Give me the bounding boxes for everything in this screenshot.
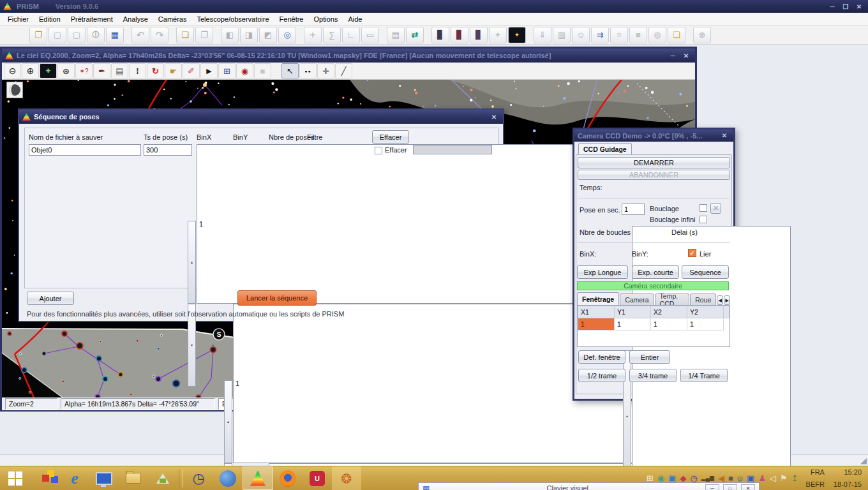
open-image-icon[interactable]: ❐ <box>29 27 47 43</box>
menu-analyse[interactable]: Analyse <box>118 14 153 24</box>
menu-cameras[interactable]: Caméras <box>153 14 192 24</box>
kbd-close-icon[interactable]: ✕ <box>741 484 755 490</box>
ephemeris-table-icon[interactable]: ⊞ <box>218 63 236 78</box>
duplicate-icon[interactable]: ❐ <box>195 27 213 43</box>
link-checkbox[interactable]: ✓ <box>688 249 696 257</box>
half-frame-button[interactable]: 1/2 trame <box>578 369 625 382</box>
sequence-button[interactable]: Sequence <box>682 265 729 279</box>
taskbar-ubuntu[interactable]: U <box>303 466 332 490</box>
tray-windows-icon[interactable]: ⊞ <box>647 474 654 482</box>
loop-cancel-button[interactable]: ✕ <box>710 203 721 214</box>
define-window-button[interactable]: Def. fenêtre <box>578 350 625 364</box>
histogram-icon[interactable]: ▥ <box>553 27 571 43</box>
observer-icon[interactable]: ☺ <box>572 27 590 43</box>
calendar-icon[interactable]: ▦ <box>106 27 124 43</box>
globe-grid-icon[interactable]: ⊛ <box>57 63 75 78</box>
zoom-out-icon[interactable]: ⊖ <box>4 63 21 78</box>
camera-close-icon[interactable]: ✕ <box>719 131 730 140</box>
tab-ccd-guidage[interactable]: CCD Guidage <box>578 143 632 155</box>
ruler-icon[interactable]: ╱ <box>335 63 352 78</box>
binoculars-icon[interactable]: ●● <box>299 63 317 78</box>
close-icon[interactable]: ✕ <box>853 2 865 11</box>
filename-input[interactable] <box>29 144 141 156</box>
launch-sequence-button[interactable]: Lancer la séquence <box>237 290 317 306</box>
taskbar-remote-desktop[interactable] <box>89 466 119 490</box>
tray-messenger-icon[interactable]: ▣ <box>747 474 754 482</box>
sequence-close-icon[interactable]: ✕ <box>488 112 500 121</box>
zoom-in-icon[interactable]: ⊕ <box>22 63 39 78</box>
hand-pointer-icon[interactable]: ☛ <box>165 63 182 78</box>
sky-minimize-icon[interactable]: ─ <box>667 51 678 60</box>
select-region-icon[interactable]: ▭ <box>361 27 379 43</box>
tray-shield-icon[interactable]: ◆ <box>680 474 686 482</box>
window-table[interactable]: X1 Y1 X2 Y2 1 1 1 1 <box>578 306 730 330</box>
pipeline-icon[interactable]: ⇉ <box>591 27 609 43</box>
cell-y2[interactable]: 1 <box>687 318 724 330</box>
tab-temp-ccd[interactable]: Temp. CCD <box>655 293 690 305</box>
clock-language-block[interactable]: FRA 15:20 BEFR 18-07-15 <box>804 466 868 490</box>
taskbar-internet-explorer[interactable]: e <box>60 466 89 490</box>
restore-icon[interactable]: ❒ <box>840 2 851 11</box>
dome-1-icon[interactable]: ▊ <box>431 27 449 43</box>
cell-x1[interactable]: 1 <box>578 318 615 330</box>
binx-up-icon[interactable]: ▲ <box>188 221 196 304</box>
sum-icon[interactable]: ∑ <box>323 27 341 43</box>
biny-up-icon[interactable]: ▲ <box>224 380 232 463</box>
blink-icon[interactable]: ◧ <box>221 27 239 43</box>
find-target-icon[interactable]: ◉ <box>236 63 253 78</box>
sphere-icon[interactable]: ◍ <box>648 27 666 43</box>
kbd-minimize-icon[interactable]: ─ <box>705 484 719 490</box>
tray-signal-icon[interactable]: ▂▄▆ <box>701 475 714 481</box>
search-object-icon[interactable]: ◎ <box>278 27 296 43</box>
grid-icon[interactable]: ⌗ <box>610 27 628 43</box>
layers-icon[interactable]: ❏ <box>668 27 685 43</box>
add-button[interactable]: Ajouter <box>27 292 74 305</box>
realtime-clock-icon[interactable]: ↻ <box>147 63 164 78</box>
taskbar-file-explorer[interactable] <box>119 466 148 490</box>
pose-input[interactable] <box>622 204 645 215</box>
align-icon[interactable]: ◩ <box>259 27 277 43</box>
play-icon[interactable]: ▶ <box>200 63 218 78</box>
table-row[interactable]: 1 1 1 1 <box>578 318 730 330</box>
center-cross-icon[interactable]: ✛ <box>317 63 334 78</box>
col-y1[interactable]: Y1 <box>615 306 651 318</box>
save-as-icon[interactable]: ▢ <box>68 27 86 43</box>
logbook-icon[interactable]: ▤ <box>387 27 405 43</box>
undo-icon[interactable]: ↶ <box>131 27 149 43</box>
sky-simulator-icon[interactable]: ✦ <box>508 27 526 43</box>
resize-grip-icon[interactable]: ◢ <box>860 456 867 465</box>
menu-fenetre[interactable]: Fenêtre <box>274 14 309 24</box>
menu-aide[interactable]: Aide <box>343 14 367 24</box>
three-quarter-frame-button[interactable]: 3/4 trame <box>629 369 677 382</box>
menu-fichier[interactable]: Fichier <box>3 14 34 24</box>
taskbar-settings-cubes[interactable] <box>31 466 60 490</box>
menu-options[interactable]: Options <box>309 14 343 24</box>
start-button[interactable]: DEMARRER <box>578 157 730 168</box>
frame-icon[interactable]: ■ <box>629 27 647 43</box>
erase-checkbox[interactable] <box>375 147 382 154</box>
plot-icon[interactable]: ∟ <box>342 27 360 43</box>
loop-infinite-checkbox[interactable] <box>700 216 707 223</box>
world-icon[interactable]: ⊕ <box>693 27 711 43</box>
tray-volume-icon[interactable]: ◁ <box>770 474 776 482</box>
add-icon[interactable]: + <box>304 27 322 43</box>
taskbar-lab-app[interactable] <box>148 466 177 490</box>
erase-button[interactable]: Effacer <box>372 130 409 144</box>
markers-icon[interactable]: ⁞ <box>129 63 146 78</box>
image-transfer-icon[interactable]: ⇄ <box>406 27 424 43</box>
dome-2-icon[interactable]: ▊ <box>451 27 468 43</box>
annotate-icon[interactable]: ✒ <box>93 63 110 78</box>
compare-icon[interactable]: ◨ <box>240 27 258 43</box>
quarter-frame-button[interactable]: 1/4 Trame <box>680 369 728 382</box>
menu-telescope[interactable]: Telescope/observatoire <box>191 14 274 24</box>
tab-roue[interactable]: Roue <box>690 293 716 305</box>
full-frame-button[interactable]: Entier <box>629 350 670 364</box>
tray-usb-icon[interactable]: ψ <box>737 474 743 482</box>
col-x2[interactable]: X2 <box>651 306 687 318</box>
tray-network-icon[interactable]: ◉ <box>657 474 664 482</box>
copy-icon[interactable]: ❏ <box>176 27 194 43</box>
save-icon[interactable]: ▢ <box>49 27 66 43</box>
kbd-maximize-icon[interactable]: □ <box>723 484 737 490</box>
short-exposure-button[interactable]: Exp. courte <box>632 265 679 279</box>
taskbar-scheduler[interactable]: ◷ <box>184 466 213 490</box>
